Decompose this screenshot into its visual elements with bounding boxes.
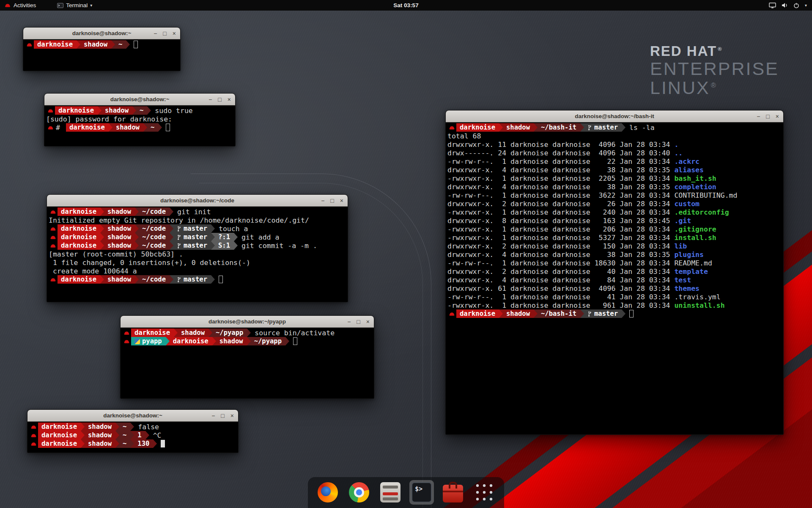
powerline-separator bbox=[534, 309, 538, 318]
terminal-line: -rw-rw-r--. 1 darknoise darknoise 41 Jan… bbox=[447, 293, 782, 301]
system-status-area[interactable]: ▾ bbox=[769, 0, 812, 11]
app-menu-terminal[interactable]: Terminal ▾ bbox=[53, 0, 96, 11]
activities-label: Activities bbox=[14, 2, 36, 8]
redhat-prompt-icon bbox=[50, 226, 56, 232]
terminal-line: darknoiseshadow~/bash-itmaster bbox=[447, 309, 782, 318]
dock-item-chrome[interactable] bbox=[347, 480, 371, 505]
powerline-separator bbox=[170, 224, 173, 233]
output-text: drwxrwxr-x. 2 darknoise darknoise 150 Ja… bbox=[447, 242, 674, 250]
terminal-content[interactable]: darknoiseshadow~ bbox=[23, 39, 180, 71]
dock-item-terminal[interactable]: $> bbox=[409, 480, 434, 505]
close-button[interactable]: × bbox=[340, 198, 343, 204]
terminal-content[interactable]: darknoiseshadow~falsedarknoiseshadow~1^C… bbox=[27, 422, 238, 453]
prompt-segment: shadow bbox=[102, 106, 132, 115]
redhat-prompt-icon bbox=[30, 433, 37, 438]
window-controls: −□× bbox=[154, 28, 176, 39]
powerline-separator bbox=[109, 123, 112, 132]
titlebar[interactable]: darknoise@shadow:~/pyapp−□× bbox=[121, 316, 374, 328]
close-button[interactable]: × bbox=[230, 413, 234, 419]
registered-mark: ® bbox=[711, 81, 717, 89]
powerline-separator bbox=[115, 422, 119, 431]
powerline-separator bbox=[580, 309, 584, 318]
prompt-segment: master bbox=[173, 224, 211, 233]
titlebar[interactable]: darknoise@shadow:~−□× bbox=[23, 28, 180, 39]
prompt-segment: darknoise bbox=[66, 123, 109, 132]
window-controls: −□× bbox=[757, 110, 779, 122]
prompt-segment: master bbox=[173, 241, 211, 250]
close-button[interactable]: × bbox=[173, 30, 176, 36]
powerline-separator bbox=[143, 123, 147, 132]
clock[interactable]: Sat 03:57 bbox=[393, 2, 418, 8]
terminal-line: 1 file changed, 0 insertions(+), 0 delet… bbox=[49, 258, 346, 267]
maximize-button[interactable]: □ bbox=[766, 113, 769, 119]
maximize-button[interactable]: □ bbox=[330, 198, 334, 204]
powerline-separator bbox=[135, 241, 139, 250]
titlebar[interactable]: darknoise@shadow:~/code−□× bbox=[47, 195, 348, 207]
dock-item-toolbox[interactable] bbox=[441, 480, 465, 505]
dock-item-files[interactable] bbox=[378, 480, 403, 505]
close-button[interactable]: × bbox=[366, 319, 370, 325]
prompt-segment: ~/pyapp bbox=[212, 329, 247, 337]
redhat-prompt-icon bbox=[50, 235, 56, 240]
activities-button[interactable]: Activities bbox=[0, 0, 40, 11]
redhat-prompt-icon bbox=[123, 330, 130, 336]
output-text: drwxrwxr-x. 2 darknoise darknoise 40 Jan… bbox=[447, 268, 674, 276]
powerline-separator bbox=[170, 241, 173, 250]
prompt-segment: darknoise bbox=[55, 106, 98, 115]
command-text: false bbox=[138, 423, 159, 431]
titlebar[interactable]: darknoise@shadow:~−□× bbox=[27, 410, 238, 422]
terminal-line: create mode 100644 a bbox=[49, 267, 346, 275]
output-text: total 68 bbox=[447, 132, 481, 140]
titlebar[interactable]: darknoise@shadow:~−□× bbox=[44, 94, 235, 105]
python-icon bbox=[134, 339, 140, 344]
terminal-content[interactable]: darknoiseshadow~sudo true[sudo] password… bbox=[44, 105, 235, 146]
dock-item-firefox[interactable] bbox=[315, 480, 340, 505]
prompt-segment: darknoise bbox=[58, 233, 100, 241]
terminal-content[interactable]: darknoiseshadow~/codegit initInitialized… bbox=[47, 207, 348, 302]
window-title: darknoise@shadow:~ bbox=[44, 94, 235, 105]
chevron-down-icon: ▾ bbox=[805, 3, 807, 8]
powerline-separator bbox=[580, 123, 584, 132]
minimize-button[interactable]: − bbox=[321, 198, 324, 204]
maximize-button[interactable]: □ bbox=[221, 413, 224, 419]
powerline-separator bbox=[130, 439, 134, 448]
terminal-line: total 68 bbox=[447, 132, 782, 140]
terminal-line: -rw-rw-r--. 1 darknoise darknoise 22 Jan… bbox=[447, 157, 782, 166]
terminal-line: -rwxrwxr-x. 1 darknoise darknoise 961 Ja… bbox=[447, 301, 782, 309]
terminal-content[interactable]: darknoiseshadow~/pyappsource bin/activat… bbox=[121, 328, 374, 398]
terminal-line: -rwxrwxr-x. 1 darknoise darknoise 240 Ja… bbox=[447, 208, 782, 216]
minimize-button[interactable]: − bbox=[154, 30, 157, 36]
terminal-line: [master (root-commit) 50bcb63] . bbox=[49, 250, 346, 258]
minimize-button[interactable]: − bbox=[347, 319, 351, 325]
minimize-button[interactable]: − bbox=[208, 97, 212, 102]
app-grid-icon bbox=[474, 482, 494, 502]
terminal-line: drwxrwxr-x. 2 darknoise darknoise 26 Jan… bbox=[447, 199, 782, 208]
powerline-separator bbox=[115, 439, 119, 448]
prompt-segment: 130 bbox=[134, 439, 153, 448]
close-button[interactable]: × bbox=[228, 97, 231, 102]
terminal-content[interactable]: darknoiseshadow~/bash-itmasterls -latota… bbox=[446, 122, 783, 434]
close-button[interactable]: × bbox=[776, 113, 779, 119]
prompt-segment: darknoise bbox=[58, 207, 100, 216]
output-text: -rw-rw-r--. 1 darknoise darknoise 18630 … bbox=[447, 259, 674, 267]
terminal-line: darknoiseshadow~/codemaster?:1git add a bbox=[49, 233, 346, 241]
output-text: lib bbox=[674, 242, 687, 250]
output-text: install.sh bbox=[674, 234, 716, 242]
terminal-line: darknoiseshadow~130 bbox=[29, 439, 236, 448]
terminal-line: darknoiseshadow~/codemastertouch a bbox=[49, 224, 346, 233]
powerline-separator bbox=[81, 431, 85, 439]
maximize-button[interactable]: □ bbox=[357, 319, 360, 325]
terminal-line: -rw-rw-r--. 1 darknoise darknoise 18630 … bbox=[447, 259, 782, 267]
prompt-segment: shadow bbox=[104, 224, 135, 233]
titlebar[interactable]: darknoise@shadow:~/bash-it−□× bbox=[446, 110, 783, 122]
minimize-button[interactable]: − bbox=[757, 113, 760, 119]
maximize-button[interactable]: □ bbox=[163, 30, 166, 36]
dock-item-app-grid[interactable] bbox=[472, 480, 497, 505]
prompt-segment: darknoise bbox=[456, 309, 499, 318]
command-text: sudo true bbox=[155, 107, 192, 115]
minimize-button[interactable]: − bbox=[211, 413, 215, 419]
maximize-button[interactable]: □ bbox=[218, 97, 221, 102]
terminal-line: drwxrwxr-x. 4 darknoise darknoise 84 Jan… bbox=[447, 276, 782, 284]
prompt-segment: ?:1 bbox=[215, 233, 234, 241]
output-text: bash_it.sh bbox=[674, 174, 716, 182]
